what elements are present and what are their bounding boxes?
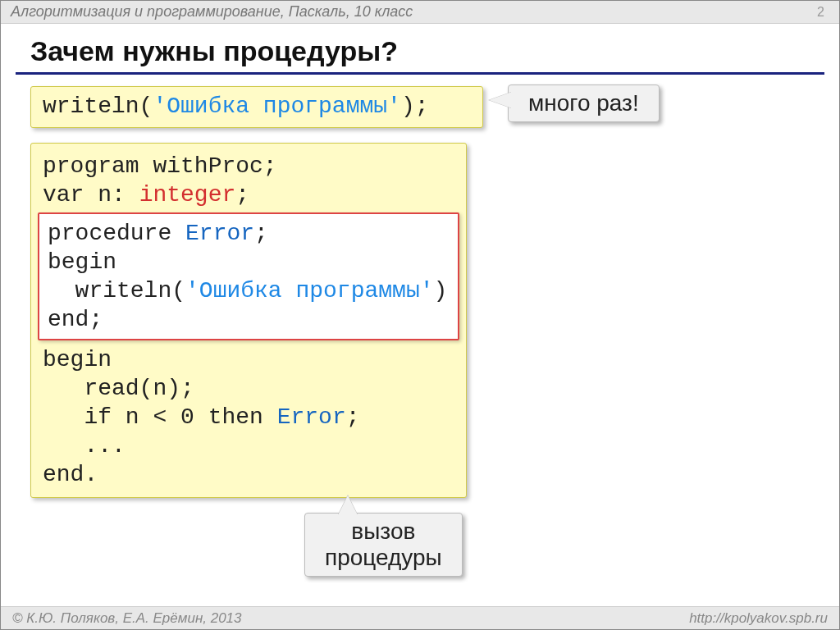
- code-text: ;: [235, 182, 249, 208]
- code-line: ...: [43, 433, 126, 459]
- string-literal: 'Ошибка программы': [153, 94, 400, 119]
- content-area: writeln('Ошибка программы'); много раз! …: [1, 86, 839, 498]
- code-line: read(n);: [43, 376, 194, 401]
- code-line: program withProc;: [43, 153, 277, 179]
- proc-call: Error: [277, 404, 346, 430]
- code-text: then: [194, 404, 277, 430]
- callout-tail-icon: [338, 495, 358, 515]
- code-text: writeln(: [43, 94, 153, 119]
- proc-name: Error: [185, 221, 254, 246]
- code-snippet-2: program withProc; var n: integer; proced…: [30, 143, 467, 498]
- number-literal: 0: [180, 404, 194, 430]
- code-text: );: [401, 94, 429, 119]
- code-text: ;: [346, 404, 360, 430]
- code-line: begin: [43, 347, 112, 372]
- callout-text: много раз!: [528, 90, 639, 116]
- code-text: if n <: [43, 404, 180, 430]
- code-text: procedure: [48, 221, 185, 246]
- slide-title: Зачем нужны процедуры?: [30, 35, 839, 67]
- procedure-highlight-box: procedure Error; begin writeln('Ошибка п…: [38, 212, 459, 340]
- footer-bar: © К.Ю. Поляков, Е.А. Ерёмин, 2013 http:/…: [1, 606, 839, 629]
- callout-line-2: процедуры: [325, 545, 442, 570]
- code-text: ): [433, 278, 447, 304]
- type-keyword: integer: [139, 182, 236, 208]
- footer-copyright: © К.Ю. Поляков, Е.А. Ерёмин, 2013: [12, 610, 242, 627]
- slide: Алгоритмизация и программирование, Паска…: [0, 0, 840, 630]
- page-number: 2: [817, 5, 824, 20]
- code-snippet-1: writeln('Ошибка программы');: [30, 86, 483, 128]
- course-title: Алгоритмизация и программирование, Паска…: [11, 3, 413, 21]
- code-line: begin: [48, 249, 116, 275]
- footer-url: http://kpolyakov.spb.ru: [689, 610, 828, 627]
- code-line: end.: [43, 462, 98, 487]
- callout-proc-call: вызов процедуры: [304, 513, 463, 577]
- code-text: ;: [254, 221, 268, 246]
- callout-many-times: много раз!: [508, 84, 660, 122]
- string-literal: 'Ошибка программы': [185, 278, 433, 304]
- title-underline: [16, 72, 824, 75]
- header-bar: Алгоритмизация и программирование, Паска…: [1, 1, 839, 24]
- callout-line-1: вызов: [351, 518, 415, 544]
- callout-tail-icon: [489, 92, 512, 108]
- code-text: writeln(: [48, 278, 185, 304]
- code-line: end;: [48, 307, 103, 332]
- code-line: var n:: [43, 182, 139, 208]
